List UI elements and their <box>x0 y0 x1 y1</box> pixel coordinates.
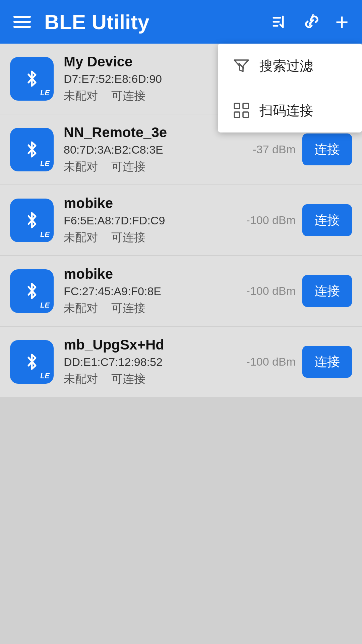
device-paired: 未配对 <box>64 159 98 174</box>
scan-icon <box>231 100 251 120</box>
connect-button[interactable]: 连接 <box>302 204 352 236</box>
svg-rect-4 <box>243 112 248 117</box>
device-status: 未配对可连接 <box>64 371 246 387</box>
ble-label: LE <box>40 230 50 239</box>
device-info: mb_UpgSx+HdDD:E1:C7:12:98:52未配对可连接 <box>64 337 246 387</box>
device-mac: F6:5E:A8:7D:FD:C9 <box>64 214 246 227</box>
scan-label: 扫码连接 <box>259 101 313 120</box>
connect-button[interactable]: 连接 <box>302 346 352 378</box>
device-connectable: 可连接 <box>111 159 145 174</box>
bluetooth-icon: LE <box>10 199 54 242</box>
device-signal: -100 dBm <box>246 214 296 227</box>
svg-rect-3 <box>234 112 240 117</box>
device-signal: -37 dBm <box>253 143 296 156</box>
svg-rect-1 <box>234 103 240 109</box>
filter-label: 搜索过滤 <box>259 57 313 75</box>
bluetooth-icon: LE <box>10 128 54 171</box>
device-mac: FC:27:45:A9:F0:8E <box>64 285 246 298</box>
device-item: LE mobikeFC:27:45:A9:F0:8E未配对可连接-100 dBm… <box>0 256 362 326</box>
device-info: mobikeFC:27:45:A9:F0:8E未配对可连接 <box>64 266 246 316</box>
device-paired: 未配对 <box>64 301 98 316</box>
device-connectable: 可连接 <box>111 301 145 316</box>
device-signal: -100 dBm <box>246 355 296 368</box>
ble-label: LE <box>40 372 50 380</box>
dropdown-menu: 搜索过滤 扫码连接 <box>218 44 362 132</box>
device-item: LE mb_UpgSx+HdDD:E1:C7:12:98:52未配对可连接-10… <box>0 327 362 397</box>
device-paired: 未配对 <box>64 371 98 387</box>
device-connectable: 可连接 <box>111 230 145 245</box>
device-name: mobike <box>64 195 246 211</box>
add-button[interactable]: + <box>335 10 349 33</box>
filter-menu-item[interactable]: 搜索过滤 <box>218 44 362 88</box>
device-mac: 80:7D:3A:B2:C8:3E <box>64 143 253 156</box>
app-title: BLE Utility <box>44 10 270 34</box>
device-item: LE mobikeF6:5E:A8:7D:FD:C9未配对可连接-100 dBm… <box>0 185 362 255</box>
device-name: mobike <box>64 266 246 282</box>
filter-icon <box>231 56 251 76</box>
ble-label: LE <box>40 159 50 168</box>
device-signal: -100 dBm <box>246 284 296 298</box>
device-paired: 未配对 <box>64 230 98 245</box>
bluetooth-icon: LE <box>10 57 54 101</box>
bluetooth-icon: LE <box>10 340 54 384</box>
device-name: mb_UpgSx+Hd <box>64 337 246 353</box>
device-paired: 未配对 <box>64 88 98 104</box>
device-status: 未配对可连接 <box>64 159 253 174</box>
device-mac: DD:E1:C7:12:98:52 <box>64 356 246 369</box>
device-status: 未配对可连接 <box>64 230 246 245</box>
device-connectable: 可连接 <box>111 88 145 104</box>
device-connectable: 可连接 <box>111 371 145 387</box>
connect-button[interactable]: 连接 <box>302 133 352 165</box>
ble-label: LE <box>40 301 50 310</box>
scan-menu-item[interactable]: 扫码连接 <box>218 88 362 132</box>
bluetooth-icon: LE <box>10 269 54 313</box>
sort-button[interactable] <box>270 13 288 31</box>
link-button[interactable] <box>301 11 322 32</box>
device-info: mobikeF6:5E:A8:7D:FD:C9未配对可连接 <box>64 195 246 245</box>
dropdown-arrow <box>303 44 315 51</box>
ble-label: LE <box>40 89 50 97</box>
device-status: 未配对可连接 <box>64 301 246 316</box>
connect-button[interactable]: 连接 <box>302 275 352 307</box>
app-header: BLE Utility + <box>0 0 362 44</box>
menu-button[interactable] <box>13 16 31 28</box>
header-actions: + <box>270 10 349 33</box>
svg-rect-2 <box>243 103 248 109</box>
